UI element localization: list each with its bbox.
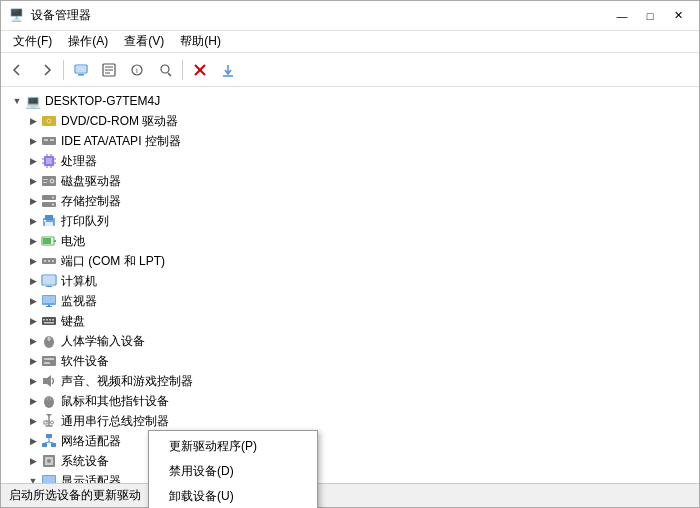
tree-item-mouse[interactable]: ▶ 鼠标和其他指针设备: [1, 391, 699, 411]
svg-rect-61: [52, 319, 54, 321]
keyboard-label: 键盘: [61, 313, 85, 330]
tree-item-hid[interactable]: ▶ 人体学输入设备: [1, 331, 699, 351]
dvd-icon: [41, 113, 57, 129]
storage-expander[interactable]: ▶: [25, 193, 41, 209]
toolbar-back[interactable]: [5, 57, 31, 83]
keyboard-expander[interactable]: ▶: [25, 313, 41, 329]
tree-item-usb[interactable]: ▶ 通用串行总线控制器: [1, 411, 699, 431]
toolbar-update[interactable]: i: [124, 57, 150, 83]
ctx-disable-device[interactable]: 禁用设备(D): [149, 459, 317, 484]
ide-expander[interactable]: ▶: [25, 133, 41, 149]
svg-rect-51: [43, 276, 55, 284]
device-tree[interactable]: ▼ 💻 DESKTOP-G7TEM4J ▶ DVD/CD-ROM 驱动器: [1, 87, 699, 483]
system-expander[interactable]: ▶: [25, 453, 41, 469]
display-label: 显示适配器: [61, 473, 121, 484]
mouse-label: 鼠标和其他指针设备: [61, 393, 169, 410]
battery-label: 电池: [61, 233, 85, 250]
network-label: 网络适配器: [61, 433, 121, 450]
tree-item-battery[interactable]: ▶ 电池: [1, 231, 699, 251]
sound-label: 声音、视频和游戏控制器: [61, 373, 193, 390]
tree-item-print[interactable]: ▶ 打印队列: [1, 211, 699, 231]
tree-item-soft[interactable]: ▶ 软件设备: [1, 351, 699, 371]
cpu-label: 处理器: [61, 153, 97, 170]
menu-view[interactable]: 查看(V): [116, 31, 172, 52]
tree-item-sound[interactable]: ▶ 声音、视频和游戏控制器: [1, 371, 699, 391]
computer-icon: [41, 273, 57, 289]
toolbar-download[interactable]: [215, 57, 241, 83]
toolbar-properties[interactable]: [96, 57, 122, 83]
menu-help[interactable]: 帮助(H): [172, 31, 229, 52]
toolbar-forward[interactable]: [33, 57, 59, 83]
tree-item-cpu[interactable]: ▶ 处理器: [1, 151, 699, 171]
keyboard-icon: [41, 313, 57, 329]
print-expander[interactable]: ▶: [25, 213, 41, 229]
tree-item-display[interactable]: ▼ 显示适配器: [1, 471, 699, 483]
port-icon: [41, 253, 57, 269]
network-expander[interactable]: ▶: [25, 433, 41, 449]
dvd-expander[interactable]: ▶: [25, 113, 41, 129]
tree-item-ide[interactable]: ▶ IDE ATA/ATAPI 控制器: [1, 131, 699, 151]
svg-point-76: [51, 421, 54, 424]
storage-icon: [41, 193, 57, 209]
root-icon: 💻: [25, 93, 41, 109]
tree-root[interactable]: ▼ 💻 DESKTOP-G7TEM4J: [1, 91, 699, 111]
root-expander[interactable]: ▼: [9, 93, 25, 109]
tree-item-dvd[interactable]: ▶ DVD/CD-ROM 驱动器: [1, 111, 699, 131]
tree-item-monitor[interactable]: ▶ 监视器: [1, 291, 699, 311]
toolbar-computer[interactable]: [68, 57, 94, 83]
restore-button[interactable]: □: [637, 6, 663, 26]
display-expander[interactable]: ▼: [25, 473, 41, 483]
mouse-expander[interactable]: ▶: [25, 393, 41, 409]
hid-expander[interactable]: ▶: [25, 333, 41, 349]
tree-item-port[interactable]: ▶ 端口 (COM 和 LPT): [1, 251, 699, 271]
tree-item-computer[interactable]: ▶ 计算机: [1, 271, 699, 291]
svg-rect-44: [43, 238, 51, 244]
tree-item-keyboard[interactable]: ▶ 键盘: [1, 311, 699, 331]
computer-expander[interactable]: ▶: [25, 273, 41, 289]
svg-line-85: [49, 442, 54, 443]
system-icon: [41, 453, 57, 469]
menu-bar: 文件(F) 操作(A) 查看(V) 帮助(H): [1, 31, 699, 53]
svg-rect-60: [49, 319, 51, 321]
tree-item-storage[interactable]: ▶ 存储控制器: [1, 191, 699, 211]
monitor-expander[interactable]: ▶: [25, 293, 41, 309]
svg-point-38: [52, 203, 54, 205]
tree-item-disk[interactable]: ▶ 磁盘驱动器: [1, 171, 699, 191]
svg-rect-1: [78, 74, 84, 76]
svg-rect-48: [48, 260, 50, 262]
cpu-expander[interactable]: ▶: [25, 153, 41, 169]
svg-rect-67: [44, 358, 54, 360]
tree-item-network[interactable]: ▶ 网络适配器: [1, 431, 699, 451]
close-button[interactable]: ✕: [665, 6, 691, 26]
window-icon: 🖥️: [9, 8, 25, 24]
battery-expander[interactable]: ▶: [25, 233, 41, 249]
display-icon: [41, 473, 57, 483]
svg-rect-68: [44, 362, 50, 364]
ide-icon: [41, 133, 57, 149]
device-manager-window: 🖥️ 设备管理器 — □ ✕ 文件(F) 操作(A) 查看(V) 帮助(H): [0, 0, 700, 508]
sound-expander[interactable]: ▶: [25, 373, 41, 389]
tree-item-system[interactable]: ▶ 系统设备: [1, 451, 699, 471]
ctx-update-driver[interactable]: 更新驱动程序(P): [149, 434, 317, 459]
hid-label: 人体学输入设备: [61, 333, 145, 350]
svg-rect-54: [43, 296, 55, 303]
svg-line-10: [168, 73, 171, 76]
toolbar-remove[interactable]: [187, 57, 213, 83]
toolbar-scan[interactable]: [152, 57, 178, 83]
usb-expander[interactable]: ▶: [25, 413, 41, 429]
battery-icon: [41, 233, 57, 249]
minimize-button[interactable]: —: [609, 6, 635, 26]
menu-file[interactable]: 文件(F): [5, 31, 60, 52]
usb-label: 通用串行总线控制器: [61, 413, 169, 430]
disk-expander[interactable]: ▶: [25, 173, 41, 189]
svg-rect-55: [46, 306, 52, 307]
menu-action[interactable]: 操作(A): [60, 31, 116, 52]
svg-marker-69: [43, 375, 51, 387]
svg-rect-2: [76, 66, 86, 72]
ctx-uninstall-device[interactable]: 卸载设备(U): [149, 484, 317, 508]
toolbar: i: [1, 53, 699, 87]
sound-icon: [41, 373, 57, 389]
port-expander[interactable]: ▶: [25, 253, 41, 269]
toolbar-sep-2: [182, 60, 183, 80]
soft-expander[interactable]: ▶: [25, 353, 41, 369]
